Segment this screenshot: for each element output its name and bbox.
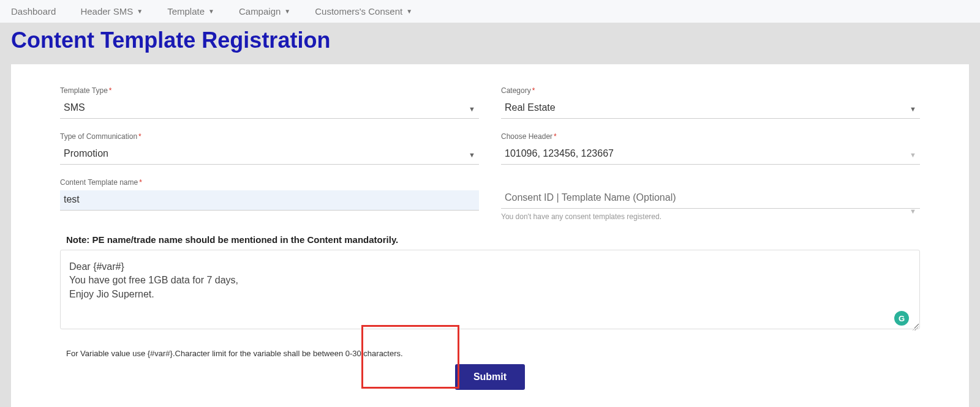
nav-label: Header SMS <box>80 6 133 17</box>
nav-dashboard[interactable]: Dashboard <box>11 6 56 17</box>
consent-field: Consent ID | Template Name (Optional) ▼ … <box>501 178 920 221</box>
choose-header-select[interactable]: 101096, 123456, 123667 <box>501 144 920 165</box>
submit-button[interactable]: Submit <box>455 364 525 390</box>
choose-header-field: Choose Header* 101096, 123456, 123667 ▼ <box>501 132 920 165</box>
note-text: Note: PE name/trade name should be menti… <box>66 234 920 245</box>
page-title: Content Template Registration <box>0 23 980 64</box>
top-navbar: Dashboard Header SMS ▼ Template ▼ Campai… <box>0 0 980 23</box>
category-select[interactable]: Real Estate <box>501 99 920 119</box>
content-textarea[interactable] <box>60 250 920 329</box>
nav-label: Dashboard <box>11 6 56 17</box>
template-type-label: Template Type* <box>60 86 479 95</box>
chevron-down-icon: ▼ <box>208 8 214 15</box>
nav-header-sms[interactable]: Header SMS ▼ <box>80 6 143 17</box>
submit-area: Submit <box>60 364 920 390</box>
form-card: Template Type* SMS ▼ Category* Real Esta… <box>11 64 969 407</box>
chevron-down-icon: ▼ <box>284 8 290 15</box>
variable-hint-text: For Variable value use {#var#}.Character… <box>66 349 920 358</box>
template-name-input[interactable] <box>60 190 479 211</box>
communication-type-label: Type of Communication* <box>60 132 479 141</box>
chevron-down-icon: ▼ <box>137 8 143 15</box>
template-type-field: Template Type* SMS ▼ <box>60 86 479 119</box>
chevron-down-icon: ▼ <box>406 8 412 15</box>
nav-label: Customers's Consent <box>315 6 402 17</box>
nav-campaign[interactable]: Campaign ▼ <box>239 6 290 17</box>
grammarly-icon: G <box>894 311 909 326</box>
template-name-field: Content Template name* <box>60 178 479 211</box>
content-textarea-wrapper: G <box>60 250 920 332</box>
nav-label: Template <box>167 6 205 17</box>
communication-type-field: Type of Communication* Promotion ▼ <box>60 132 479 165</box>
category-field: Category* Real Estate ▼ <box>501 86 920 119</box>
template-type-select[interactable]: SMS <box>60 99 479 119</box>
category-label: Category* <box>501 86 920 95</box>
nav-label: Campaign <box>239 6 281 17</box>
nav-customers-consent[interactable]: Customers's Consent ▼ <box>315 6 412 17</box>
nav-template[interactable]: Template ▼ <box>167 6 214 17</box>
template-name-label: Content Template name* <box>60 178 479 187</box>
consent-select[interactable]: Consent ID | Template Name (Optional) <box>501 189 920 209</box>
choose-header-label: Choose Header* <box>501 132 920 141</box>
communication-type-select[interactable]: Promotion <box>60 144 479 165</box>
consent-helper-text: You don't have any consent templates reg… <box>501 212 920 221</box>
